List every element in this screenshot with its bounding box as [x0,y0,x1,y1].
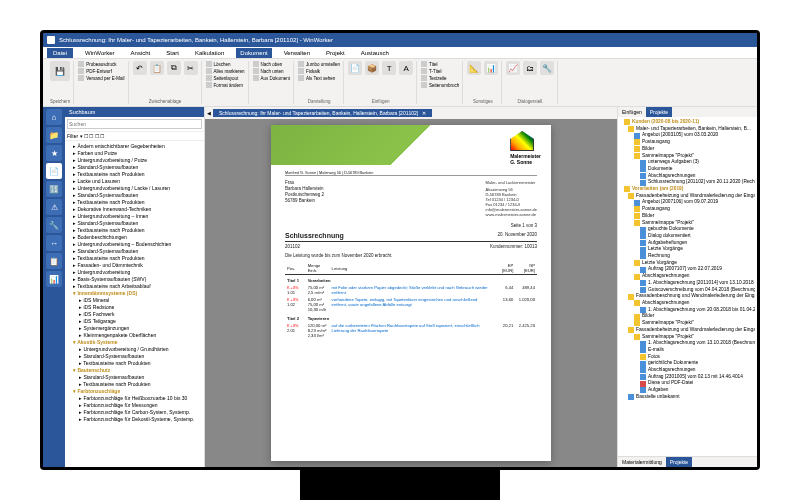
5dialoge-button[interactable]: 🗂 [523,61,537,75]
project-tree-item[interactable]: Baustelle unbekannt [620,394,755,401]
cut-button[interactable]: ✂ [184,61,198,75]
tree-item[interactable]: ▸ Textbausteine nach Produkten [67,381,202,388]
tab-austausch[interactable]: Austausch [357,48,393,58]
project-tree-item[interactable]: Abschlagsrechnungen [620,273,755,280]
project-tree-item[interactable]: Vorarbeiten (am (2019) [620,186,755,193]
tab-kalkulation[interactable]: Kalkulation [191,48,228,58]
search-input[interactable] [67,119,202,129]
project-tree-item[interactable]: 1. Abschlagsrechnung [2011014] vom 13.10… [620,280,755,287]
tree-item[interactable]: ▸ iDS Mineral [67,297,202,304]
tree-item[interactable]: ▸ Standard-Systemaufbauten [67,164,202,171]
tree-item[interactable]: ▸ Standard-Systemaufbauten [67,248,202,255]
tree-item[interactable]: ▸ Farben und Putze [67,150,202,157]
project-tree-item[interactable]: Postausgang [620,206,755,213]
tree-item[interactable]: ▸ Untergrundvorbereitung – Innen [67,213,202,220]
tree-item[interactable]: ▸ Bodenbeschichtungen [67,234,202,241]
delete-button[interactable]: Löschen [206,61,245,67]
tree-item[interactable]: ▸ Standard-Systemaufbauten [67,192,202,199]
activity-transfer-icon[interactable]: ↔ [46,235,62,251]
doc-tab-prev[interactable]: ◀ [207,110,211,116]
project-tree-item[interactable]: Aufgabeheftungen [620,240,755,247]
move-down-button[interactable]: Nach unten [253,68,291,74]
project-tree-item[interactable]: 1. Abschlagsrechnung vom 20.08.2018 bis … [620,307,755,314]
tree-item[interactable]: ▸ Untergrundvorbereitung [67,269,202,276]
tree-item[interactable]: ▸ Farbtonzuschläge für Dekostil-Systeme,… [67,416,202,423]
tree-item[interactable]: ▸ Textbausteine nach Arbeitsablauf [67,283,202,290]
project-tree-item[interactable]: Abschlagsrechnungen [620,300,755,307]
left-tree[interactable]: ▸ Ändern entschichtbarer Gegebenheiten▸ … [65,141,204,467]
tab-verwalten[interactable]: Verwalten [280,48,314,58]
file-tab[interactable]: Datei [47,48,73,58]
project-tree-item[interactable]: Abschlagsrechnungen [620,173,755,180]
tree-group[interactable]: ▾ Farbtonzuschläge [67,388,202,395]
project-tree-item[interactable]: Auftrag [2007107] vom 22.07.2019 [620,266,755,273]
save-button[interactable]: 💾 [50,61,70,81]
activity-chart-icon[interactable]: 📊 [46,271,62,287]
project-tree-item[interactable]: Auftrag [2301005] vom 02.13 mit 14.46.40… [620,374,755,381]
tab-view[interactable]: Ansicht [127,48,155,58]
tab-winworker[interactable]: WinWorker [81,48,119,58]
document-tab[interactable]: Schlussrechnung: Ihr Maler- und Tapezier… [213,109,432,117]
tree-item[interactable]: ▸ Textbausteine nach Produkten [67,199,202,206]
undo-button[interactable]: ↶ [133,61,147,75]
project-tree-item[interactable]: gerichtliche Dokumente [620,360,755,367]
project-tree-item[interactable]: Sammelmappe "Projekt" [620,220,755,227]
tree-item[interactable]: ▸ Fassaden- und Dämmtechnik [67,262,202,269]
project-tree-item[interactable]: Letzte Vorgänge [620,246,755,253]
fixkalk-button[interactable]: Fixkalk [298,68,340,74]
tree-item[interactable]: ▸ Farbtonzuschläge für Carbon-System, Sy… [67,409,202,416]
activity-folder-icon[interactable]: 📁 [46,127,62,143]
tree-item[interactable]: ▸ Textbausteine nach Produkten [67,255,202,262]
document-viewport[interactable]: Malermeister G. Sonne Manfred G. Sonne |… [205,119,617,467]
project-tree-item[interactable]: gebuchte Dokumente [620,226,755,233]
project-tree-item[interactable]: Bilder [620,213,755,220]
tab-projekt[interactable]: Projekt [322,48,349,58]
tree-item[interactable]: ▸ Standard-Systemaufbauten [67,353,202,360]
pdf-draft-button[interactable]: PDF-Entwurf [78,68,124,74]
project-tree-item[interactable]: Sammelmappe "Projekt" [620,334,755,341]
tree-item[interactable]: ▸ Lacke und Lasuren [67,178,202,185]
tree-item[interactable]: ▸ Untergrundvorbereitung / Grundhärten [67,346,202,353]
tree-item[interactable]: ▸ Untergrundvorbereitung – Bodenschichte… [67,241,202,248]
project-tree-item[interactable]: Fotos [620,354,755,361]
project-tree-item[interactable]: Dokumente [620,166,755,173]
project-tree-item[interactable]: Rechnung [620,253,755,260]
change-format-button[interactable]: Format ändern [206,82,245,88]
tree-item[interactable]: ▸ Farbtonzuschläge für Heißboxzuarbe 10 … [67,395,202,402]
activity-doc-icon[interactable]: 📄 [46,163,62,179]
aufmass-button[interactable]: 📐 [467,61,481,75]
activity-warning-icon[interactable]: ⚠ [46,199,62,215]
activity-home-icon[interactable]: ⌂ [46,109,62,125]
project-tree-item[interactable]: Gutscoverschreibung vom 04.04.2018 (Besc… [620,287,755,294]
tab-einfuegen[interactable]: Einfügen [618,107,646,117]
send-email-button[interactable]: Versand per E-Mail [78,75,124,81]
activity-tools-icon[interactable]: 🔧 [46,217,62,233]
project-tree-item[interactable]: Fassadenbeheizung und Wandmalerledierung… [620,327,755,334]
project-tree-item[interactable]: Fassadenbeschnung und Wandmalerledierung… [620,293,755,300]
insert-material-button[interactable]: 📦 [365,61,379,75]
jumbo-toggle-button[interactable]: Jumbo umstellen [298,61,340,67]
close-icon[interactable]: ✕ [422,110,426,116]
project-tree-item[interactable]: Dialog dokumentiert [620,233,755,240]
project-tree-item[interactable]: Angebot [2003105] vom 03.03.2020 [620,132,755,139]
tree-item[interactable]: ▸ Standard-Systemaufbauten [67,220,202,227]
insert-text-button[interactable]: A [399,61,413,75]
tree-group[interactable]: ▾ Akustik-Systeme [67,339,202,346]
insert-leistung-button[interactable]: 📄 [348,61,362,75]
project-tree-item[interactable]: Abschlagsrechnungen [620,367,755,374]
tree-item[interactable]: ▸ iDS Redstone [67,304,202,311]
project-tree-item[interactable]: Angebot [2007106] vom 09.07.2019 [620,199,755,206]
select-all-button[interactable]: Alles markieren [206,68,245,74]
project-tree-item[interactable]: unterwegs Aufgaben (3) [620,159,755,166]
mass-edit-button[interactable]: 📊 [484,61,498,75]
activity-star-icon[interactable]: ★ [46,145,62,161]
tree-item[interactable]: ▸ Dekorative Innenwand-Techniken [67,206,202,213]
tab-material[interactable]: Materialermittlung [618,457,666,467]
tree-item[interactable]: ▸ Textbausteine nach Produkten [67,360,202,367]
tree-item[interactable]: ▸ Untergrundvorbereitung / Putze [67,157,202,164]
project-tree-item[interactable]: Postausgang [620,139,755,146]
paste-button[interactable]: 📋 [150,61,164,75]
tree-item[interactable]: ▸ Textbausteine nach Produkten [67,171,202,178]
tree-item[interactable]: ▸ Untergrundvorbereitung / Lacke / Lasur… [67,185,202,192]
reports-button[interactable]: 📈 [506,61,520,75]
